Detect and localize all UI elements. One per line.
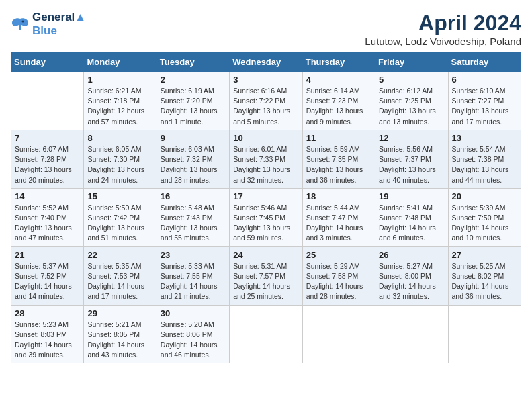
calendar-cell: 6Sunrise: 6:10 AMSunset: 7:27 PMDaylight… — [448, 72, 521, 130]
day-number: 16 — [161, 191, 226, 201]
calendar-cell: 9Sunrise: 6:03 AMSunset: 7:32 PMDaylight… — [157, 130, 229, 188]
day-number: 28 — [15, 308, 80, 318]
day-number: 7 — [15, 133, 80, 143]
month-title: April 2024 — [365, 11, 521, 36]
calendar-cell: 2Sunrise: 6:19 AMSunset: 7:20 PMDaylight… — [157, 72, 229, 130]
calendar-cell: 7Sunrise: 6:07 AMSunset: 7:28 PMDaylight… — [11, 130, 84, 188]
day-number: 2 — [161, 75, 226, 85]
day-info: Sunrise: 5:59 AMSunset: 7:35 PMDaylight:… — [306, 144, 371, 185]
logo: General▲ Blue — [11, 11, 86, 38]
calendar-cell: 22Sunrise: 5:35 AMSunset: 7:53 PMDayligh… — [84, 246, 157, 305]
calendar-header-row: SundayMondayTuesdayWednesdayThursdayFrid… — [11, 53, 521, 72]
calendar-cell — [302, 305, 375, 363]
calendar-cell: 21Sunrise: 5:37 AMSunset: 7:52 PMDayligh… — [11, 246, 84, 305]
day-info: Sunrise: 5:54 AMSunset: 7:38 PMDaylight:… — [452, 144, 517, 185]
day-info: Sunrise: 5:27 AMSunset: 8:00 PMDaylight:… — [379, 261, 444, 302]
calendar-cell: 23Sunrise: 5:33 AMSunset: 7:55 PMDayligh… — [157, 246, 229, 305]
calendar-cell: 20Sunrise: 5:39 AMSunset: 7:50 PMDayligh… — [448, 188, 521, 246]
day-number: 4 — [306, 75, 371, 85]
calendar-cell: 11Sunrise: 5:59 AMSunset: 7:35 PMDayligh… — [302, 130, 375, 188]
day-info: Sunrise: 5:44 AMSunset: 7:47 PMDaylight:… — [306, 203, 371, 244]
day-info: Sunrise: 5:33 AMSunset: 7:55 PMDaylight:… — [161, 261, 226, 302]
day-info: Sunrise: 5:29 AMSunset: 7:58 PMDaylight:… — [306, 261, 371, 302]
calendar-cell — [375, 305, 448, 363]
day-number: 3 — [233, 75, 298, 85]
day-number: 5 — [379, 75, 444, 85]
day-number: 29 — [87, 308, 152, 318]
day-info: Sunrise: 5:23 AMSunset: 8:03 PMDaylight:… — [15, 320, 80, 361]
calendar-cell: 16Sunrise: 5:48 AMSunset: 7:43 PMDayligh… — [157, 188, 229, 246]
header-cell-tuesday: Tuesday — [157, 53, 229, 72]
day-number: 1 — [87, 75, 152, 85]
day-number: 18 — [306, 191, 371, 201]
day-number: 11 — [306, 133, 371, 143]
header-cell-saturday: Saturday — [448, 53, 521, 72]
calendar-cell: 8Sunrise: 6:05 AMSunset: 7:30 PMDaylight… — [84, 130, 157, 188]
calendar-cell: 5Sunrise: 6:12 AMSunset: 7:25 PMDaylight… — [375, 72, 448, 130]
header: General▲ Blue April 2024 Lututow, Lodz V… — [11, 11, 521, 47]
calendar-cell: 30Sunrise: 5:20 AMSunset: 8:06 PMDayligh… — [157, 305, 229, 363]
day-info: Sunrise: 5:21 AMSunset: 8:05 PMDaylight:… — [87, 320, 152, 361]
calendar-cell: 15Sunrise: 5:50 AMSunset: 7:42 PMDayligh… — [84, 188, 157, 246]
logo-icon — [11, 16, 30, 32]
calendar-cell: 29Sunrise: 5:21 AMSunset: 8:05 PMDayligh… — [84, 305, 157, 363]
header-cell-sunday: Sunday — [11, 53, 84, 72]
day-number: 19 — [379, 191, 444, 201]
day-number: 10 — [233, 133, 298, 143]
calendar-cell: 19Sunrise: 5:41 AMSunset: 7:48 PMDayligh… — [375, 188, 448, 246]
day-number: 20 — [452, 191, 517, 201]
calendar-table: SundayMondayTuesdayWednesdayThursdayFrid… — [11, 52, 521, 363]
day-info: Sunrise: 5:52 AMSunset: 7:40 PMDaylight:… — [15, 203, 80, 244]
day-number: 14 — [15, 191, 80, 201]
day-info: Sunrise: 6:16 AMSunset: 7:22 PMDaylight:… — [233, 86, 298, 127]
day-info: Sunrise: 6:03 AMSunset: 7:32 PMDaylight:… — [161, 144, 226, 185]
day-number: 12 — [379, 133, 444, 143]
day-info: Sunrise: 6:07 AMSunset: 7:28 PMDaylight:… — [15, 144, 80, 185]
day-number: 26 — [379, 250, 444, 260]
calendar-cell: 25Sunrise: 5:29 AMSunset: 7:58 PMDayligh… — [302, 246, 375, 305]
svg-point-0 — [22, 21, 24, 23]
day-info: Sunrise: 5:31 AMSunset: 7:57 PMDaylight:… — [233, 261, 298, 302]
calendar-week-5: 28Sunrise: 5:23 AMSunset: 8:03 PMDayligh… — [11, 305, 521, 363]
day-number: 24 — [233, 250, 298, 260]
calendar-cell: 27Sunrise: 5:25 AMSunset: 8:02 PMDayligh… — [448, 246, 521, 305]
day-info: Sunrise: 5:37 AMSunset: 7:52 PMDaylight:… — [15, 261, 80, 302]
day-number: 25 — [306, 250, 371, 260]
day-info: Sunrise: 5:50 AMSunset: 7:42 PMDaylight:… — [87, 203, 152, 244]
day-number: 6 — [452, 75, 517, 85]
day-number: 23 — [161, 250, 226, 260]
day-info: Sunrise: 6:21 AMSunset: 7:18 PMDaylight:… — [87, 86, 152, 127]
day-info: Sunrise: 6:10 AMSunset: 7:27 PMDaylight:… — [452, 86, 517, 127]
calendar-cell: 18Sunrise: 5:44 AMSunset: 7:47 PMDayligh… — [302, 188, 375, 246]
calendar-cell: 24Sunrise: 5:31 AMSunset: 7:57 PMDayligh… — [230, 246, 302, 305]
day-info: Sunrise: 6:01 AMSunset: 7:33 PMDaylight:… — [233, 144, 298, 185]
calendar-week-3: 14Sunrise: 5:52 AMSunset: 7:40 PMDayligh… — [11, 188, 521, 246]
calendar-cell — [230, 305, 302, 363]
calendar-cell: 4Sunrise: 6:14 AMSunset: 7:23 PMDaylight… — [302, 72, 375, 130]
calendar-cell: 12Sunrise: 5:56 AMSunset: 7:37 PMDayligh… — [375, 130, 448, 188]
day-number: 8 — [87, 133, 152, 143]
header-cell-thursday: Thursday — [302, 53, 375, 72]
calendar-week-1: 1Sunrise: 6:21 AMSunset: 7:18 PMDaylight… — [11, 72, 521, 130]
day-number: 17 — [233, 191, 298, 201]
calendar-cell — [448, 305, 521, 363]
logo-text: General▲ Blue — [32, 11, 86, 38]
header-cell-friday: Friday — [375, 53, 448, 72]
day-number: 27 — [452, 250, 517, 260]
calendar-cell: 26Sunrise: 5:27 AMSunset: 8:00 PMDayligh… — [375, 246, 448, 305]
day-info: Sunrise: 5:46 AMSunset: 7:45 PMDaylight:… — [233, 203, 298, 244]
header-cell-wednesday: Wednesday — [230, 53, 302, 72]
day-number: 30 — [161, 308, 226, 318]
calendar-cell: 10Sunrise: 6:01 AMSunset: 7:33 PMDayligh… — [230, 130, 302, 188]
day-number: 13 — [452, 133, 517, 143]
header-cell-monday: Monday — [84, 53, 157, 72]
calendar-cell: 14Sunrise: 5:52 AMSunset: 7:40 PMDayligh… — [11, 188, 84, 246]
calendar-body: 1Sunrise: 6:21 AMSunset: 7:18 PMDaylight… — [11, 72, 521, 363]
calendar-cell: 13Sunrise: 5:54 AMSunset: 7:38 PMDayligh… — [448, 130, 521, 188]
day-info: Sunrise: 5:25 AMSunset: 8:02 PMDaylight:… — [452, 261, 517, 302]
calendar-week-2: 7Sunrise: 6:07 AMSunset: 7:28 PMDaylight… — [11, 130, 521, 188]
day-number: 15 — [87, 191, 152, 201]
calendar-week-4: 21Sunrise: 5:37 AMSunset: 7:52 PMDayligh… — [11, 246, 521, 305]
calendar-cell: 17Sunrise: 5:46 AMSunset: 7:45 PMDayligh… — [230, 188, 302, 246]
day-info: Sunrise: 5:56 AMSunset: 7:37 PMDaylight:… — [379, 144, 444, 185]
